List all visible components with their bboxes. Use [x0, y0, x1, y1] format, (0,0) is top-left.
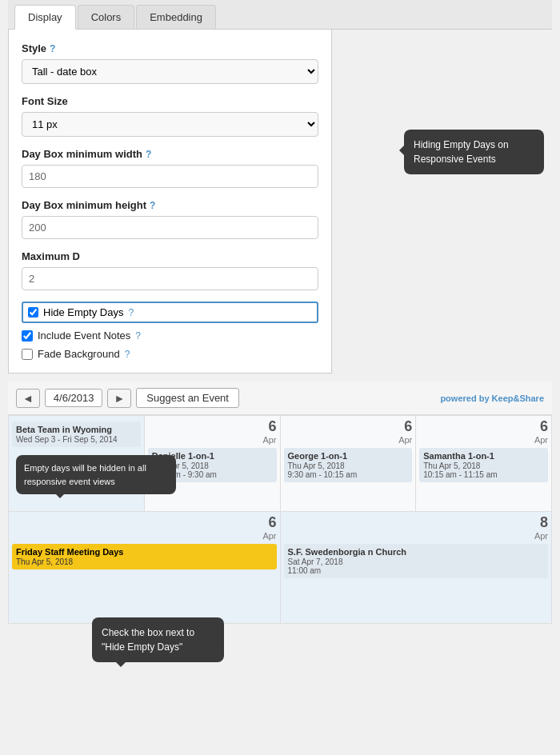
tooltip-check-text: Check the box next to "Hide Empty Days" [102, 627, 194, 653]
font-size-group: Font Size 10 px 11 px 12 px 13 px 14 px [22, 95, 318, 137]
day-box-height-group: Day Box minimum height ? [22, 199, 318, 239]
settings-panel: Style ? Tall - date box Wide - date box … [8, 30, 332, 374]
day-box-width-input[interactable] [22, 165, 318, 188]
day-box-width-label: Day Box minimum width ? [22, 148, 318, 160]
cell-day-6: 8 [284, 515, 549, 531]
calendar-nav: ◄ 4/6/2013 ► Suggest an Event powered by… [8, 381, 552, 415]
suggest-event-button[interactable]: Suggest an Event [136, 388, 239, 408]
cell-month-2: Apr [148, 435, 277, 445]
cal-cell-4: 6 Apr Samantha 1-on-1 Thu Apr 5, 2018 10… [416, 416, 552, 512]
tooltip-hiding-empty-days-text: Hiding Empty Days on Responsive Events [414, 139, 509, 165]
include-event-notes-label: Include Event Notes [38, 330, 130, 342]
next-arrow-button[interactable]: ► [107, 389, 131, 408]
cell-day-3: 6 [284, 419, 413, 435]
max-columns-group: Maximum D [22, 250, 318, 290]
day-box-width-label-text: Day Box minimum width [22, 148, 142, 160]
day-box-height-label: Day Box minimum height ? [22, 199, 318, 211]
fade-background-help[interactable]: ? [125, 349, 130, 360]
style-label: Style ? [22, 42, 318, 54]
style-label-text: Style [22, 42, 46, 54]
event-date-5: Thu Apr 5, 2018 [16, 557, 273, 566]
style-help-icon[interactable]: ? [50, 43, 55, 54]
calendar-wrapper: Empty days will be hidden in all respons… [8, 415, 552, 624]
event-card-6[interactable]: S.F. Swedenborgia n Church Sat Apr 7, 20… [284, 544, 549, 578]
max-columns-label: Maximum D [22, 250, 318, 262]
event-time-6: 11:00 am [288, 566, 545, 575]
settings-row: Style ? Tall - date box Wide - date box … [8, 30, 552, 374]
include-event-notes-checkbox[interactable] [22, 330, 33, 342]
checkbox-group: Hide Empty Days ? Include Event Notes ? … [22, 302, 318, 360]
hide-empty-days-label: Hide Empty Days [43, 306, 123, 318]
event-title-4: Samantha 1-on-1 [423, 451, 544, 461]
tooltip-hiding-empty-days: Hiding Empty Days on Responsive Events [404, 130, 544, 174]
cal-cell-5: 6 Apr Friday Staff Meeting Days Thu Apr … [9, 512, 281, 624]
style-group: Style ? Tall - date box Wide - date box … [22, 42, 318, 84]
day-box-height-input[interactable] [22, 216, 318, 239]
event-time-4: 10:15 am - 11:15 am [423, 470, 544, 479]
event-card-1[interactable]: Beta Team in Wyoming Wed Sep 3 - Fri Sep… [12, 421, 141, 447]
cell-day-2: 6 [148, 419, 277, 435]
event-title-3: George 1-on-1 [288, 451, 409, 461]
style-select[interactable]: Tall - date box Wide - date box List [22, 59, 318, 84]
tooltip-empty-days-text: Empty days will be hidden in all respons… [24, 463, 146, 486]
include-event-notes-help[interactable]: ? [135, 330, 141, 342]
prev-arrow-button[interactable]: ◄ [16, 389, 40, 408]
font-size-label: Font Size [22, 95, 318, 107]
event-card-5[interactable]: Friday Staff Meeting Days Thu Apr 5, 201… [12, 544, 277, 569]
day-box-width-help-icon[interactable]: ? [146, 149, 151, 160]
event-date-4: Thu Apr 5, 2018 [423, 461, 544, 470]
cell-month-4: Apr [419, 435, 548, 445]
cell-month-6: Apr [284, 531, 549, 541]
font-size-select[interactable]: 10 px 11 px 12 px 13 px 14 px [22, 112, 318, 137]
event-title-1: Beta Team in Wyoming [16, 425, 137, 434]
calendar-grid-row2: 6 Apr Friday Staff Meeting Days Thu Apr … [8, 512, 552, 624]
fade-background-label: Fade Background [38, 348, 120, 360]
cell-day-5: 6 [12, 515, 277, 531]
powered-by: powered by Keep&Share [440, 393, 544, 403]
cell-month-3: Apr [284, 435, 413, 445]
font-size-label-text: Font Size [22, 95, 68, 107]
event-title-6: S.F. Swedenborgia n Church [288, 547, 545, 557]
include-event-notes-row: Include Event Notes ? [22, 330, 318, 342]
cal-cell-6: 8 Apr S.F. Swedenborgia n Church Sat Apr… [281, 512, 553, 624]
event-date-6: Sat Apr 7, 2018 [288, 557, 545, 566]
powered-by-brand: Keep&Share [492, 393, 544, 403]
event-card-3[interactable]: George 1-on-1 Thu Apr 5, 2018 9:30 am - … [284, 448, 413, 482]
day-box-height-help-icon[interactable]: ? [150, 200, 155, 211]
event-date-1: Wed Sep 3 - Fri Sep 5, 2014 [16, 435, 137, 444]
cell-month-5: Apr [12, 531, 277, 541]
nav-left: ◄ 4/6/2013 ► Suggest an Event [16, 388, 239, 408]
max-columns-input[interactable] [22, 267, 318, 290]
hide-empty-days-row: Hide Empty Days ? [22, 302, 318, 323]
tab-embedding[interactable]: Embedding [136, 5, 216, 29]
powered-by-text: powered by [440, 393, 489, 403]
max-columns-label-text: Maximum D [22, 250, 80, 262]
day-box-height-label-text: Day Box minimum height [22, 199, 146, 211]
cal-cell-3: 6 Apr George 1-on-1 Thu Apr 5, 2018 9:30… [281, 416, 417, 512]
hide-empty-days-help[interactable]: ? [128, 307, 134, 318]
tooltip-empty-days: Empty days will be hidden in all respons… [16, 455, 176, 494]
hide-empty-days-checkbox[interactable] [28, 307, 38, 318]
event-time-3: 9:30 am - 10:15 am [288, 470, 409, 479]
tab-colors[interactable]: Colors [78, 5, 135, 29]
tabs-bar: Display Colors Embedding [8, 0, 552, 30]
event-title-5: Friday Staff Meeting Days [16, 547, 273, 557]
date-display: 4/6/2013 [45, 389, 103, 407]
fade-background-checkbox[interactable] [22, 349, 33, 360]
fade-background-row: Fade Background ? [22, 348, 318, 360]
day-box-width-group: Day Box minimum width ? [22, 148, 318, 188]
cell-day-4: 6 [419, 419, 548, 435]
event-date-3: Thu Apr 5, 2018 [288, 461, 409, 470]
event-card-4[interactable]: Samantha 1-on-1 Thu Apr 5, 2018 10:15 am… [419, 448, 548, 482]
tab-display[interactable]: Display [14, 5, 76, 30]
tooltip-check-box: Check the box next to "Hide Empty Days" [92, 617, 224, 662]
